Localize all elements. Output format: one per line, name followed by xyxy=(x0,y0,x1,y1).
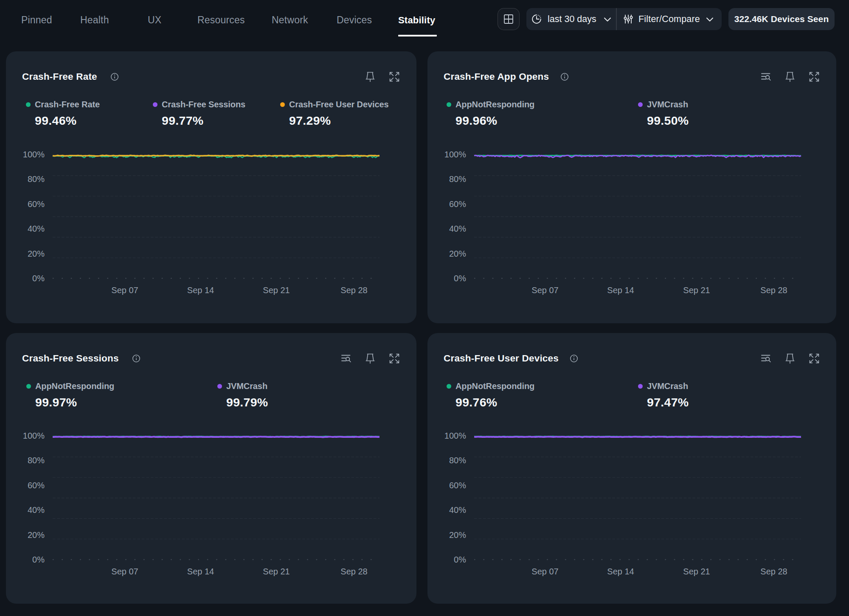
svg-text:80%: 80% xyxy=(449,174,466,184)
svg-text:Sep 28: Sep 28 xyxy=(760,567,787,576)
svg-text:Sep 14: Sep 14 xyxy=(607,286,634,295)
svg-text:40%: 40% xyxy=(449,224,466,233)
svg-text:20%: 20% xyxy=(449,249,466,258)
svg-text:60%: 60% xyxy=(28,199,45,209)
svg-text:Sep 21: Sep 21 xyxy=(263,567,290,576)
svg-text:Sep 14: Sep 14 xyxy=(607,567,634,576)
svg-text:0%: 0% xyxy=(454,274,466,283)
svg-text:0%: 0% xyxy=(32,274,45,283)
svg-text:20%: 20% xyxy=(449,530,466,540)
svg-text:60%: 60% xyxy=(449,481,466,490)
svg-text:0%: 0% xyxy=(32,555,45,564)
svg-text:80%: 80% xyxy=(28,456,45,465)
svg-text:Sep 07: Sep 07 xyxy=(531,286,558,295)
svg-text:Sep 07: Sep 07 xyxy=(531,567,558,576)
svg-text:100%: 100% xyxy=(444,150,466,159)
svg-text:40%: 40% xyxy=(28,224,45,233)
svg-text:60%: 60% xyxy=(449,199,466,209)
svg-text:60%: 60% xyxy=(28,481,45,490)
svg-text:20%: 20% xyxy=(28,249,45,258)
svg-text:100%: 100% xyxy=(23,150,45,159)
svg-text:0%: 0% xyxy=(454,555,466,564)
svg-text:Sep 21: Sep 21 xyxy=(683,286,710,295)
svg-text:Sep 07: Sep 07 xyxy=(111,567,138,576)
svg-text:80%: 80% xyxy=(28,174,45,184)
svg-text:40%: 40% xyxy=(28,505,45,515)
svg-text:Sep 28: Sep 28 xyxy=(760,286,787,295)
svg-text:Sep 21: Sep 21 xyxy=(683,567,710,576)
svg-text:Sep 14: Sep 14 xyxy=(187,286,214,295)
svg-text:Sep 14: Sep 14 xyxy=(187,567,214,576)
svg-text:80%: 80% xyxy=(449,456,466,465)
svg-text:100%: 100% xyxy=(23,431,45,440)
svg-text:Sep 07: Sep 07 xyxy=(111,286,138,295)
svg-text:Sep 28: Sep 28 xyxy=(340,567,367,576)
svg-text:Sep 28: Sep 28 xyxy=(340,286,367,295)
svg-text:100%: 100% xyxy=(444,431,466,440)
svg-text:20%: 20% xyxy=(28,530,45,540)
svg-text:Sep 21: Sep 21 xyxy=(263,286,290,295)
svg-text:40%: 40% xyxy=(449,505,466,515)
